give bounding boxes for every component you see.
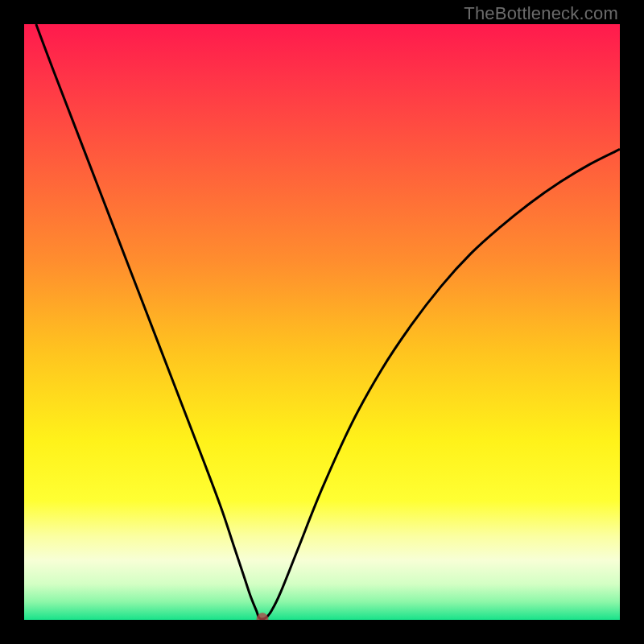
curve-layer (24, 24, 620, 620)
plot-area (24, 24, 620, 620)
watermark-text: TheBottleneck.com (464, 3, 618, 24)
chart-frame: TheBottleneck.com (0, 0, 644, 644)
bottleneck-curve (36, 24, 620, 619)
